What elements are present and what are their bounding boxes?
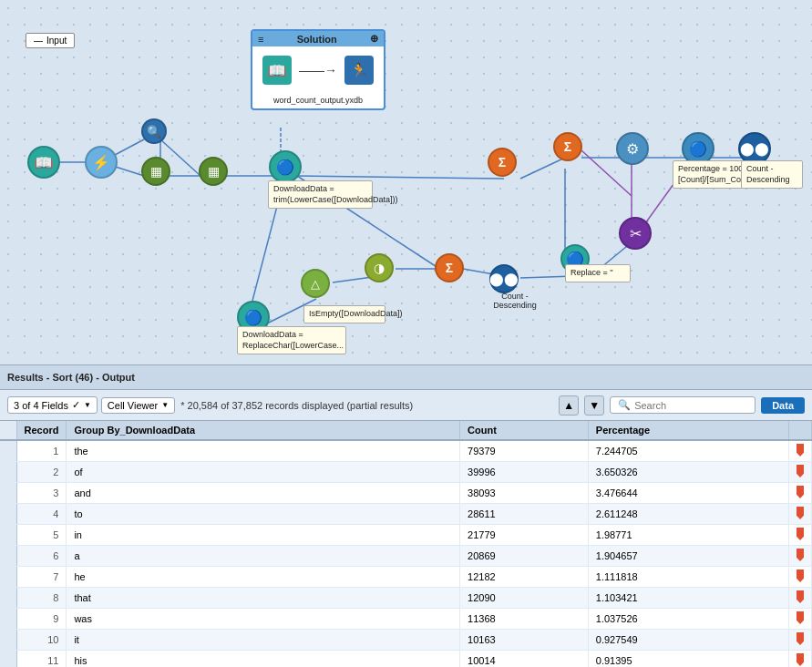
row-select-cell[interactable] xyxy=(0,525,16,546)
percentage-cell: 1.037526 xyxy=(588,609,788,630)
word-cell: and xyxy=(67,483,460,504)
node-find-icon: 🔍 xyxy=(141,118,167,144)
search-box[interactable]: 🔍 xyxy=(610,396,755,414)
node-summarize2[interactable]: Σ xyxy=(488,148,517,177)
word-cell: was xyxy=(67,609,460,630)
flag-cell xyxy=(789,483,812,504)
data-button[interactable]: Data xyxy=(761,397,805,414)
flag-indicator xyxy=(797,653,804,666)
node-summarize1-icon: Σ xyxy=(435,253,464,282)
flag-cell xyxy=(789,651,812,668)
count-cell: 11368 xyxy=(460,609,589,630)
node-read[interactable]: 📖 xyxy=(27,146,60,179)
sort-ascending-button[interactable]: ▲ xyxy=(559,395,579,416)
node-replace[interactable]: ✂ xyxy=(619,217,652,250)
row-select-cell[interactable] xyxy=(0,440,16,462)
col-count[interactable]: Count xyxy=(460,421,589,440)
solution-box[interactable]: ≡ Solution ⊕ 📖 ——→ 🏃 word_count_output.y… xyxy=(251,29,385,110)
word-cell: his xyxy=(67,651,460,668)
row-select-cell[interactable] xyxy=(0,546,16,567)
col-percentage[interactable]: Percentage xyxy=(588,421,788,440)
col-select xyxy=(0,421,16,440)
tooltip-count-desc-text: Count - Descending xyxy=(746,164,790,184)
node-find[interactable]: 🔍 xyxy=(141,118,167,144)
flag-cell xyxy=(789,525,812,546)
viewer-selector[interactable]: Cell Viewer ▼ xyxy=(101,397,175,414)
row-select-cell[interactable] xyxy=(0,588,16,609)
records-info: * 20,584 of 37,852 records displayed (pa… xyxy=(180,400,553,411)
row-select-cell[interactable] xyxy=(0,609,16,630)
flag-cell xyxy=(789,630,812,651)
input-dash: — xyxy=(34,36,43,46)
solution-arrow: ——→ xyxy=(299,63,337,77)
table-row: 7 he 12182 1.111818 xyxy=(0,567,812,588)
solution-run-icon: 🏃 xyxy=(344,56,374,85)
table-row: 8 that 12090 1.103421 xyxy=(0,588,812,609)
record-cell: 5 xyxy=(16,525,67,546)
record-cell: 8 xyxy=(16,588,67,609)
word-cell: of xyxy=(67,462,460,483)
row-select-cell[interactable] xyxy=(0,630,16,651)
field-selector[interactable]: 3 of 4 Fields ✓ ▼ xyxy=(7,396,98,414)
col-record[interactable]: Record xyxy=(16,421,67,440)
record-cell: 7 xyxy=(16,567,67,588)
results-bar: Results - Sort (46) - Output xyxy=(0,364,812,390)
node-table1[interactable]: ▦ xyxy=(141,157,170,186)
node-table2-icon: ▦ xyxy=(199,157,228,186)
sort-up-icon: ▲ xyxy=(563,399,574,412)
percentage-cell: 2.611248 xyxy=(588,504,788,525)
word-cell: to xyxy=(67,504,460,525)
table-row: 6 a 20869 1.904657 xyxy=(0,546,812,567)
table-row: 3 and 38093 3.476644 xyxy=(0,483,812,504)
search-input[interactable] xyxy=(634,400,744,411)
row-select-cell[interactable] xyxy=(0,483,16,504)
flag-indicator xyxy=(797,465,804,477)
node-summarize3[interactable]: Σ xyxy=(553,132,582,161)
node-lightning[interactable]: ⚡ xyxy=(85,146,118,179)
node-formula1[interactable]: 🔵 xyxy=(269,150,302,183)
count-cell: 12090 xyxy=(460,588,589,609)
node-filter-icon: △ xyxy=(301,269,330,298)
tooltip-isempty: IsEmpty([DownloadData]) xyxy=(303,305,385,323)
input-box: — Input xyxy=(26,33,75,48)
node-formula1-icon: 🔵 xyxy=(269,150,302,183)
row-select-cell[interactable] xyxy=(0,567,16,588)
col-group-by[interactable]: Group By_DownloadData xyxy=(67,421,460,440)
table-row: 2 of 39996 3.650326 xyxy=(0,462,812,483)
tooltip-count-desc: Count - Descending xyxy=(741,160,803,189)
node-replace-icon: ✂ xyxy=(619,217,652,250)
flag-indicator xyxy=(797,444,804,457)
record-cell: 10 xyxy=(16,630,67,651)
flag-cell xyxy=(789,567,812,588)
tooltip-replace-text: Replace = '' xyxy=(570,268,613,277)
row-select-cell[interactable] xyxy=(0,462,16,483)
table-row: 10 it 10163 0.927549 xyxy=(0,630,812,651)
sort-down-icon: ▼ xyxy=(589,399,600,412)
node-table2[interactable]: ▦ xyxy=(199,157,228,186)
flag-cell xyxy=(789,462,812,483)
node-filter[interactable]: △ xyxy=(301,269,330,298)
table-row: 9 was 11368 1.037526 xyxy=(0,609,812,630)
node-config[interactable]: ⚙ xyxy=(616,132,649,165)
col-flag xyxy=(789,421,812,440)
percentage-cell: 1.98771 xyxy=(588,525,788,546)
word-cell: a xyxy=(67,546,460,567)
node-append[interactable]: ⬤⬤ xyxy=(489,264,519,293)
table-row: 11 his 10014 0.91395 xyxy=(0,651,812,668)
row-select-cell[interactable] xyxy=(0,651,16,668)
search-icon: 🔍 xyxy=(618,399,631,411)
solution-expand-icon[interactable]: ⊕ xyxy=(370,33,378,45)
percentage-cell: 3.476644 xyxy=(588,483,788,504)
percentage-cell: 0.927549 xyxy=(588,630,788,651)
row-select-cell[interactable] xyxy=(0,504,16,525)
sort-descending-button[interactable]: ▼ xyxy=(584,395,604,416)
toolbar-left: 3 of 4 Fields ✓ ▼ Cell Viewer ▼ xyxy=(7,396,175,414)
percentage-cell: 3.650326 xyxy=(588,462,788,483)
count-cell: 21779 xyxy=(460,525,589,546)
record-cell: 1 xyxy=(16,440,67,462)
node-join[interactable]: ◑ xyxy=(365,253,394,282)
node-summarize1[interactable]: Σ xyxy=(435,253,464,282)
percentage-cell: 1.103421 xyxy=(588,588,788,609)
node-summarize3-icon: Σ xyxy=(553,132,582,161)
count-cell: 10014 xyxy=(460,651,589,668)
